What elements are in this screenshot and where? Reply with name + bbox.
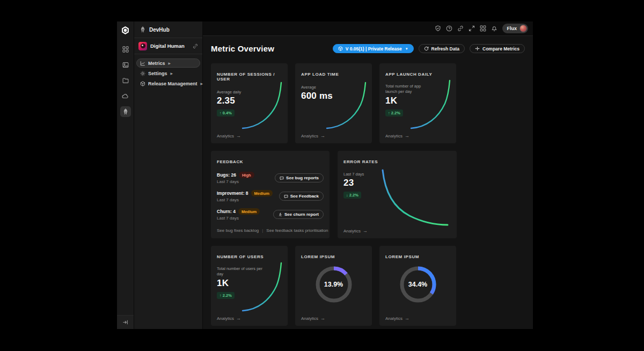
rocket-icon [140,26,146,33]
chart-icon [140,61,145,66]
donut-value: 34.4% [408,281,427,288]
analytics-link[interactable]: Analytics→ [301,316,325,321]
delta-badge: ↑2.2% [217,292,235,299]
card-app-launch-daily: APP LAUNCH DAILY Total number of app lau… [379,63,456,143]
see-feedback-button[interactable]: See Feedback [279,192,324,201]
analytics-link[interactable]: Analytics→ [217,133,241,138]
version-selector-button[interactable]: V 0.05(1) | Private Release ▼ [333,44,414,53]
compare-metrics-button[interactable]: Compare Metrics [470,44,525,53]
icon-rail [117,21,134,329]
tasks-prioritisation-link[interactable]: See feedback tasks prioritisation [266,228,328,233]
metric-subtitle: Average daily [217,90,282,94]
card-number-of-users: NUMBER OF USERS Total number of users pe… [211,246,288,326]
sidebar: DevHub Digital Human Metrics ▶ Settings [134,21,203,329]
arrow-right-icon: → [236,316,241,321]
card-app-load-time: APP LOAD TIME Average 600 ms Analytics→ [295,63,372,143]
arrow-right-icon: → [405,316,409,321]
card-sessions-per-user: NUMBER OF SESSIONS / USER Average daily … [211,63,288,143]
card-lorem-ipsum-2: LOREM IPSUM 34.4% Analytics→ [379,246,456,326]
metric-value: 600 ms [301,91,366,101]
folder-icon[interactable] [120,75,131,86]
message-icon [280,176,284,180]
see-churn-report-button[interactable]: See churn report [273,210,324,219]
package-icon [140,81,145,86]
analytics-link[interactable]: Analytics→ [343,228,368,233]
nav-label: Settings [148,71,167,76]
refresh-data-button[interactable]: Refresh Data [419,44,465,53]
link-icon[interactable] [457,25,464,32]
analytics-link[interactable]: Analytics→ [217,316,241,321]
see-bug-reports-button[interactable]: See bug reports [275,173,324,182]
nav-label: Metrics [148,61,165,66]
severity-badge: High [239,172,254,178]
arrow-right-icon: → [236,133,241,138]
analytics-link[interactable]: Analytics→ [301,133,325,138]
apps-grid-icon[interactable] [480,25,486,32]
main-content: Metric Overview V 0.05(1) | Private Rele… [203,36,533,329]
feedback-footer-links: See bug fixes backlog | See feedback tas… [217,228,328,233]
project-selector[interactable]: Digital Human [134,38,202,54]
bug-backlog-link[interactable]: See bug fixes backlog [217,228,259,233]
arrow-right-icon: → [363,228,368,233]
unity-logo[interactable] [117,21,134,39]
metric-value: 2.35 [217,96,282,106]
sidebar-item-release-management[interactable]: Release Management ▶ [136,79,200,88]
feedback-row-churn: Churn: 4 Medium Last 7 days See churn re… [217,208,324,221]
analytics-link[interactable]: Analytics→ [385,133,409,138]
image-icon[interactable] [120,60,131,70]
delta-badge: ↓2.2% [343,192,361,199]
sidebar-item-metrics[interactable]: Metrics ▶ [136,58,200,68]
nav-label: Release Management [148,81,197,86]
app-title: DevHub [149,27,170,33]
metric-value: 1K [385,96,450,106]
arrow-right-icon: → [405,133,409,138]
metric-subtitle: Total number of users per day [217,266,265,277]
message-icon [284,194,288,199]
app-window: DevHub Digital Human Metrics ▶ Settings [117,21,533,329]
refresh-icon [424,46,429,51]
arrow-right-icon: → [320,133,325,138]
link-icon[interactable] [193,43,198,49]
topbar: Flux [203,21,533,36]
card-lorem-ipsum-1: LOREM IPSUM 13.9% Analytics→ [295,246,372,326]
chevron-right-icon: ▶ [171,71,173,75]
metric-value: 23 [343,178,451,188]
expand-sidebar-icon[interactable] [117,315,134,329]
metric-subtitle: Total number of app launch per day [385,84,431,94]
chevron-down-icon: ▼ [405,47,408,50]
fullscreen-icon[interactable] [469,25,475,32]
donut-value: 13.9% [324,281,343,288]
delta-badge: ↑0.4% [217,109,235,116]
card-error-rates: ERROR RATES Last 7 days 23 ↓2.2% Analyti… [338,151,457,238]
gear-icon [140,71,145,76]
shield-check-icon[interactable] [435,25,441,32]
feedback-row-improvement: Improvment: 8 Medium Last 7 days See Fee… [217,190,324,202]
metric-value: 1K [217,278,282,289]
card-feedback: FEEDBACK Bugs: 26 High Last 7 days [211,151,330,238]
sidebar-nav: Metrics ▶ Settings ▶ Release Management … [134,54,202,92]
rocket-icon[interactable] [120,106,131,117]
delta-badge: ↑2.2% [385,109,403,116]
feedback-row-bugs: Bugs: 26 High Last 7 days See bug report… [217,172,324,184]
package-icon [338,46,343,51]
page-title: Metric Overview [211,44,274,53]
avatar [519,25,527,32]
project-name: Digital Human [150,43,189,49]
chevron-right-icon: ▶ [169,61,171,65]
bell-icon[interactable] [491,25,497,32]
analytics-link[interactable]: Analytics→ [385,316,409,321]
cloud-icon[interactable] [120,91,131,101]
arrow-right-icon: → [320,316,325,321]
severity-badge: Medium [251,190,273,196]
severity-badge: Medium [238,208,260,215]
user-name: Flux [507,26,517,31]
sidebar-item-settings[interactable]: Settings ▶ [136,69,200,78]
metric-subtitle: Last 7 days [343,172,451,177]
metric-subtitle: Average [301,85,366,90]
devhub-header: DevHub [134,21,202,38]
user-menu[interactable]: Flux [502,24,528,33]
project-icon [138,42,147,50]
grid-icon[interactable] [120,44,131,55]
compare-icon [475,46,480,51]
help-icon[interactable] [446,25,452,32]
